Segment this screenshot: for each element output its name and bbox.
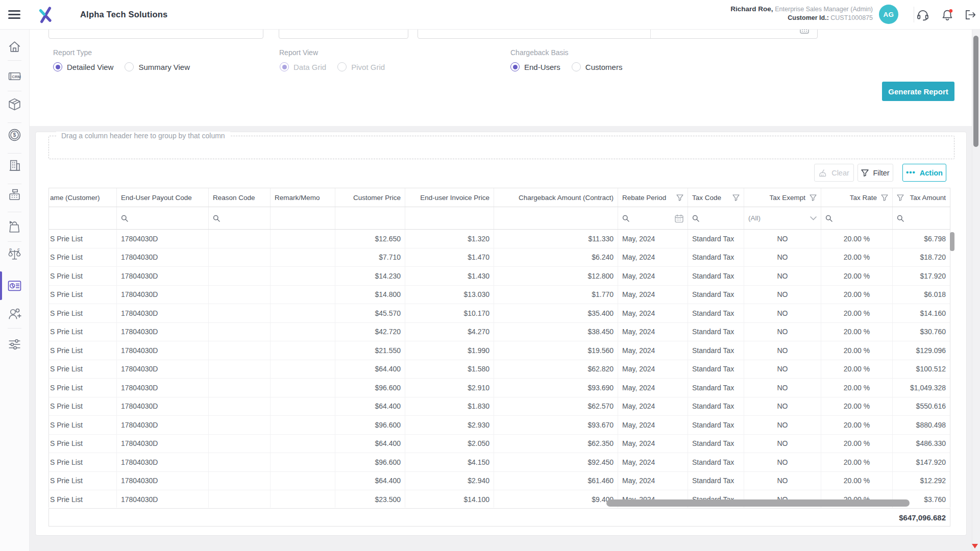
table-row[interactable]: S Prie List17804030D$64.400$1.580$62.820…	[49, 360, 950, 379]
filter-cell-end-user-invoice-price[interactable]	[405, 207, 494, 229]
filter-cell-name-customer[interactable]	[49, 207, 117, 229]
table-row[interactable]: S Prie List17804030D$96.600$2.930$93.670…	[49, 416, 950, 435]
filter-cell-rebate-period[interactable]	[618, 207, 688, 229]
chargeback-customers-option[interactable]: Customers	[572, 62, 623, 71]
company-logo[interactable]	[36, 5, 55, 24]
filter-funnel-icon[interactable]	[810, 194, 817, 201]
filter-cell-tax-rate[interactable]	[821, 207, 893, 229]
table-row[interactable]: S Prie List17804030D$14.800$13.030$1.770…	[49, 286, 950, 305]
column-header-tax-exempt[interactable]: Tax Exempt	[744, 188, 821, 207]
notifications-bell-icon[interactable]	[941, 8, 954, 21]
column-header-end-user-payout-code[interactable]: End-User Payout Code	[117, 188, 209, 207]
support-headset-icon[interactable]	[916, 8, 929, 21]
search-icon[interactable]	[692, 215, 699, 222]
page-scrollbar-thumb[interactable]	[973, 36, 978, 147]
table-row[interactable]: S Prie List17804030D$7.710$1.470$6.240Ma…	[49, 248, 950, 267]
grid-vertical-scrollbar[interactable]	[950, 232, 954, 251]
data-grid-radio[interactable]	[280, 62, 289, 71]
detailed-view-radio[interactable]	[53, 62, 62, 71]
search-icon[interactable]	[121, 215, 128, 222]
sidebar-item-billing[interactable]	[7, 188, 22, 203]
table-row[interactable]: S Prie List17804030D$14.230$1.430$12.800…	[49, 267, 950, 286]
report-type-summary-option[interactable]: Summary View	[125, 62, 190, 71]
sidebar-item-add-user[interactable]	[7, 307, 22, 321]
sidebar-item-crm[interactable]: CRM	[7, 69, 22, 84]
cell-end-user-invoice-price: $1.430	[405, 267, 494, 285]
table-row[interactable]: S Prie List17804030D$45.570$10.170$35.40…	[49, 304, 950, 323]
filter-cell-end-user-payout-code[interactable]	[117, 207, 209, 229]
search-icon[interactable]	[825, 215, 832, 222]
filter-funnel-icon[interactable]	[881, 194, 888, 201]
sidebar-item-products[interactable]	[7, 97, 22, 112]
cell-chargeback-amount-contract: $38.450	[494, 323, 618, 341]
sidebar-item-reports-active[interactable]	[7, 279, 22, 293]
filter-button[interactable]: Filter	[857, 164, 893, 182]
cell-remark-memo	[271, 267, 335, 285]
sidebar-item-home[interactable]	[7, 39, 22, 54]
action-button[interactable]: ••• Action	[902, 164, 946, 182]
search-icon[interactable]	[622, 215, 629, 222]
balance-scale-icon: DC	[7, 247, 22, 262]
cell-customer-price: $64.400	[335, 472, 405, 490]
sidebar-item-settings[interactable]	[7, 337, 22, 352]
column-header-tax-rate[interactable]: Tax Rate	[821, 188, 893, 207]
end-users-radio[interactable]	[510, 62, 520, 71]
report-view-datagrid-option[interactable]: Data Grid	[280, 62, 326, 71]
column-header-customer-price[interactable]: Customer Price	[335, 188, 405, 207]
filter-cell-remark-memo[interactable]	[271, 207, 335, 229]
cell-customer-price: $96.600	[335, 416, 405, 434]
summary-view-radio[interactable]	[125, 62, 134, 71]
sidebar-item-organization[interactable]	[7, 158, 22, 173]
pivot-grid-radio[interactable]	[337, 62, 347, 71]
generate-report-button[interactable]: Generate Report	[882, 82, 954, 101]
customers-radio[interactable]	[572, 62, 581, 71]
logout-icon[interactable]	[964, 8, 977, 21]
column-header-tax-amount[interactable]: Tax Amount	[893, 188, 950, 207]
cell-customer-price: $64.400	[335, 360, 405, 379]
clear-button[interactable]: Clear	[814, 164, 854, 182]
cell-end-user-invoice-price: $14.100	[405, 490, 494, 508]
table-row[interactable]: S Prie List17804030D$21.550$1.990$19.560…	[49, 341, 950, 360]
table-row[interactable]: S Prie List17804030D$96.600$4.150$92.450…	[49, 453, 950, 472]
avatar[interactable]: AG	[879, 5, 898, 24]
chargeback-endusers-option[interactable]: End-Users	[510, 62, 560, 71]
sidebar-item-purchases[interactable]	[7, 220, 22, 235]
column-header-reason-code[interactable]: Reason Code	[209, 188, 271, 207]
filter-cell-customer-price[interactable]	[335, 207, 405, 229]
column-header-remark-memo[interactable]: Remark/Memo	[271, 188, 335, 207]
filter-funnel-icon[interactable]	[897, 194, 904, 201]
table-row[interactable]: S Prie List17804030D$42.720$4.270$38.450…	[49, 323, 950, 342]
hamburger-menu-icon[interactable]	[8, 10, 20, 19]
table-row[interactable]: S Prie List17804030D$64.400$2.050$62.350…	[49, 435, 950, 454]
table-row[interactable]: S Prie List17804030D$64.400$2.940$61.460…	[49, 472, 950, 491]
search-icon[interactable]	[213, 215, 220, 222]
cell-tax-rate: 20.00 %	[821, 323, 893, 341]
column-header-rebate-period[interactable]: Rebate Period	[618, 188, 688, 207]
filter-cell-chargeback-amount-contract[interactable]	[494, 207, 618, 229]
table-row[interactable]: S Prie List17804030D$12.650$1.320$11.330…	[49, 230, 950, 248]
filter-cell-tax-code[interactable]	[688, 207, 744, 229]
cell-remark-memo	[271, 397, 335, 416]
report-view-pivotgrid-option[interactable]: Pivot Grid	[337, 62, 385, 71]
cell-tax-exempt: NO	[744, 230, 821, 248]
sidebar-item-debit-credit[interactable]: DC	[7, 247, 22, 262]
cell-end-user-payout-code: 17804030D	[117, 360, 209, 379]
filter-funnel-icon[interactable]	[676, 194, 683, 201]
column-header-chargeback-amount-contract[interactable]: Chargeback Amount (Contract)	[494, 188, 618, 207]
filter-cell-tax-exempt[interactable]: (All)	[744, 207, 821, 229]
column-header-end-user-invoice-price[interactable]: End-user Invoice Price	[405, 188, 494, 207]
sidebar-item-pricing[interactable]: $	[7, 128, 22, 142]
tax-amount-total: $647,096.682	[899, 513, 946, 522]
report-type-detailed-option[interactable]: Detailed View	[53, 62, 113, 71]
table-row[interactable]: S Prie List17804030D$96.600$2.910$93.690…	[49, 379, 950, 397]
column-header-name-customer[interactable]: ame (Customer)	[49, 188, 117, 207]
filter-cell-reason-code[interactable]	[209, 207, 271, 229]
table-row[interactable]: S Prie List17804030D$64.400$1.830$62.570…	[49, 397, 950, 416]
column-header-tax-code[interactable]: Tax Code	[688, 188, 744, 207]
calendar-icon[interactable]	[675, 214, 683, 222]
grid-horizontal-scrollbar[interactable]	[606, 499, 910, 507]
filter-cell-tax-amount[interactable]	[893, 207, 950, 229]
filter-funnel-icon[interactable]	[732, 194, 740, 201]
search-icon[interactable]	[897, 215, 904, 222]
chevron-down-icon[interactable]	[810, 216, 817, 220]
